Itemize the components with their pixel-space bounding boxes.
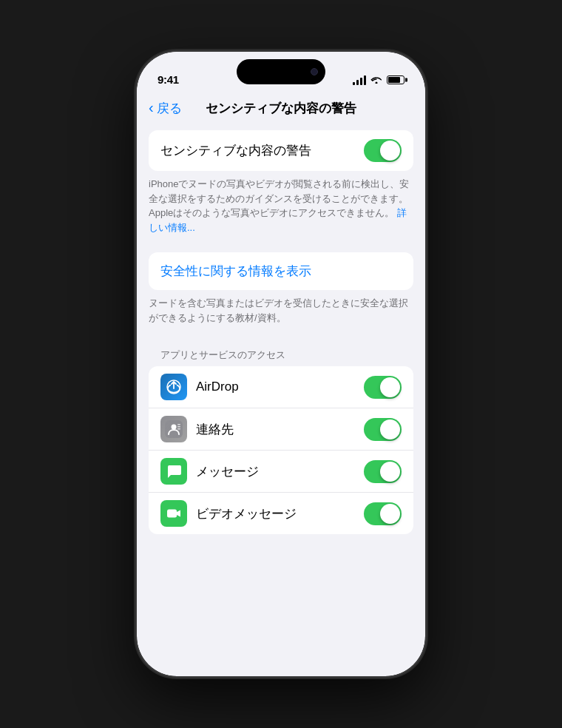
toggle-thumb [380, 419, 400, 439]
messages-app-icon [160, 458, 187, 485]
signal-bar-3 [360, 78, 362, 85]
apps-section: アプリとサービスのアクセス AirDro [137, 343, 425, 534]
svg-rect-4 [177, 426, 180, 428]
airdrop-toggle[interactable] [364, 376, 402, 399]
status-icons [353, 74, 404, 86]
dynamic-island [237, 59, 325, 84]
messages-label: メッセージ [196, 463, 259, 480]
signal-bars-icon [353, 75, 366, 85]
app-row-facetime: ビデオメッセージ [149, 493, 413, 534]
main-toggle-label: センシティブな内容の警告 [160, 142, 311, 159]
contacts-app-icon [160, 416, 187, 442]
safety-info-section: 安全性に関する情報を表示 ヌードを含む写真またはビデオを受信したときに安全な選択… [137, 252, 425, 328]
page-title: センシティブな内容の警告 [206, 100, 356, 117]
phone-device: 9:41 [137, 52, 425, 676]
wifi-icon [370, 74, 382, 86]
back-button[interactable]: ‹ 戻る [149, 100, 182, 117]
app-row-contacts: 連絡先 [149, 408, 413, 451]
status-time: 9:41 [158, 73, 179, 86]
safety-info-description: ヌードを含む写真またはビデオを受信したときに安全な選択ができるようにする教材/資… [137, 290, 425, 328]
toggle-thumb [380, 504, 400, 524]
apps-section-header: アプリとサービスのアクセス [137, 343, 425, 366]
phone-screen: 9:41 [137, 52, 425, 676]
scroll-content[interactable]: センシティブな内容の警告 iPhoneでヌードの写真やビデオが閲覧される前に検出… [137, 124, 425, 676]
safety-info-link[interactable]: 安全性に関する情報を表示 [149, 252, 413, 290]
svg-point-2 [172, 425, 177, 430]
facetime-toggle[interactable] [364, 502, 402, 525]
facetime-label: ビデオメッセージ [196, 505, 297, 522]
main-toggle-row: センシティブな内容の警告 [149, 130, 413, 171]
main-toggle-card: センシティブな内容の警告 [149, 130, 413, 171]
app-row-messages: メッセージ [149, 451, 413, 493]
toggle-thumb [380, 462, 400, 482]
main-toggle-section: センシティブな内容の警告 iPhoneでヌードの写真やビデオが閲覧される前に検出… [137, 130, 425, 237]
signal-bar-2 [356, 80, 359, 85]
airdrop-label: AirDrop [196, 380, 239, 394]
camera-dot [311, 68, 318, 75]
back-label: 戻る [157, 100, 182, 117]
airdrop-app-icon [160, 374, 187, 400]
signal-bar-4 [364, 75, 366, 85]
toggle-thumb [380, 141, 400, 161]
contacts-label: 連絡先 [196, 421, 234, 438]
messages-toggle[interactable] [364, 460, 402, 483]
apps-card: AirDrop [149, 366, 413, 534]
safety-info-card: 安全性に関する情報を表示 [149, 252, 413, 290]
svg-rect-3 [177, 424, 180, 425]
svg-rect-7 [167, 510, 177, 518]
status-bar: 9:41 [137, 52, 425, 92]
svg-rect-5 [177, 428, 180, 430]
main-description: iPhoneでヌードの写真やビデオが閲覧される前に検出し、安全な選択をするための… [137, 171, 425, 237]
toggle-thumb [380, 377, 400, 397]
signal-bar-1 [353, 82, 355, 85]
nav-bar: ‹ 戻る センシティブな内容の警告 [137, 92, 425, 124]
contacts-toggle[interactable] [364, 418, 402, 441]
battery-icon [387, 75, 404, 84]
app-row-airdrop: AirDrop [149, 366, 413, 408]
battery-fill [388, 77, 400, 83]
chevron-left-icon: ‹ [149, 99, 154, 116]
main-toggle-switch[interactable] [364, 139, 402, 162]
facetime-app-icon [160, 500, 187, 527]
